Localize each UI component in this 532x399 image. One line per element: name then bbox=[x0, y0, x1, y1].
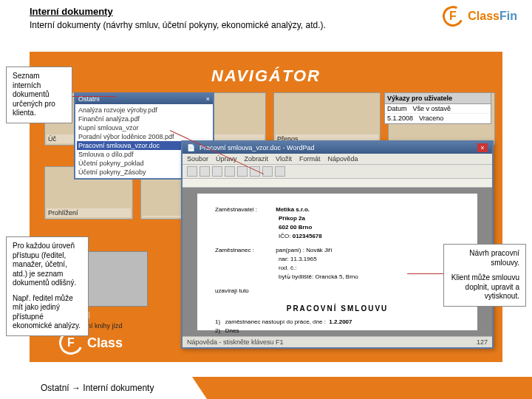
document-list-item[interactable]: Analýza rozvoje výroby.pdf bbox=[77, 106, 211, 115]
toolbar-button[interactable] bbox=[200, 166, 210, 177]
screenshot-stage: NAVIGÁTOR Úč řizování Přenos Prohlížení … bbox=[30, 52, 502, 362]
menu-item[interactable]: Zobrazit bbox=[245, 155, 269, 163]
page-footer: Ostatní → Interní dokumenty bbox=[0, 377, 532, 399]
navigator-title: NAVIGÁTOR bbox=[211, 66, 321, 86]
reports-header: Výkazy pro uživatele bbox=[385, 93, 491, 104]
brand-logo: F ClassFin bbox=[443, 6, 517, 27]
logo-text: ClassFin bbox=[468, 10, 517, 23]
document-list-item[interactable]: Finanční analýza.pdf bbox=[77, 115, 211, 123]
reports-row[interactable]: 5.1.2008Vraceno bbox=[385, 114, 491, 123]
connector-line bbox=[72, 96, 116, 97]
logo-text: Class bbox=[87, 335, 123, 351]
toolbar-button[interactable] bbox=[275, 166, 285, 177]
wordpad-menubar: SouborÚpravyZobrazitVložitFormátNápověda bbox=[183, 154, 492, 165]
wordpad-statusbar: Nápověda - stiskněte klávesu F1 127 bbox=[183, 336, 492, 347]
toolbar-button[interactable] bbox=[225, 166, 235, 177]
wordpad-titlebar[interactable]: 📄 Pracovní smlouva_vzor.doc - WordPad × bbox=[183, 142, 492, 154]
app-background: NAVIGÁTOR Úč řizování Přenos Prohlížení … bbox=[30, 52, 502, 362]
reports-colhead: DatumVše v ostavě bbox=[385, 104, 491, 114]
page-title: Interní dokumenty bbox=[30, 6, 502, 17]
menu-item[interactable]: Nápověda bbox=[328, 155, 358, 163]
connector-line bbox=[407, 273, 444, 274]
page-subtitle: Interní dokumenty (návrhy smluv, účetní … bbox=[30, 20, 502, 30]
window-title: Pracovní smlouva_vzor.doc - WordPad bbox=[200, 144, 314, 151]
toolbar-button[interactable] bbox=[237, 166, 248, 177]
wordpad-toolbar bbox=[183, 165, 492, 179]
nav-tile[interactable]: Přenos bbox=[273, 92, 381, 146]
callout-contract: Návrh pracovní smlouvy. Klient může smlo… bbox=[443, 244, 526, 307]
toolbar-button[interactable] bbox=[262, 166, 273, 177]
wordpad-ruler bbox=[183, 179, 492, 188]
footer-breadcrumb: Ostatní → Interní dokumenty bbox=[0, 377, 192, 399]
menu-item[interactable]: Vložit bbox=[276, 155, 292, 163]
toolbar-button[interactable] bbox=[187, 166, 197, 177]
app-icon: 📄 bbox=[187, 144, 195, 151]
close-icon[interactable]: × bbox=[477, 143, 488, 152]
callout-doclist: Seznam interních dokumentů určených pro … bbox=[6, 66, 72, 123]
callout-access-levels: Pro každou úroveň přístupu (ředitel, man… bbox=[6, 236, 89, 336]
reports-panel: Výkazy pro uživatele DatumVše v ostavě 5… bbox=[384, 92, 491, 124]
document-list-item[interactable]: Kupní smlouva_vzor bbox=[77, 123, 211, 132]
menu-item[interactable]: Soubor bbox=[187, 155, 208, 163]
close-icon[interactable]: × bbox=[206, 95, 210, 103]
document-sheet[interactable]: Zaměstnavatel : Metika s.r.o. Příkop 2a … bbox=[197, 194, 477, 330]
menu-item[interactable]: Formát bbox=[299, 155, 321, 163]
logo-icon: F bbox=[440, 3, 466, 30]
toolbar-button[interactable] bbox=[212, 166, 222, 177]
page-header: Interní dokumenty Interní dokumenty (náv… bbox=[0, 0, 532, 35]
